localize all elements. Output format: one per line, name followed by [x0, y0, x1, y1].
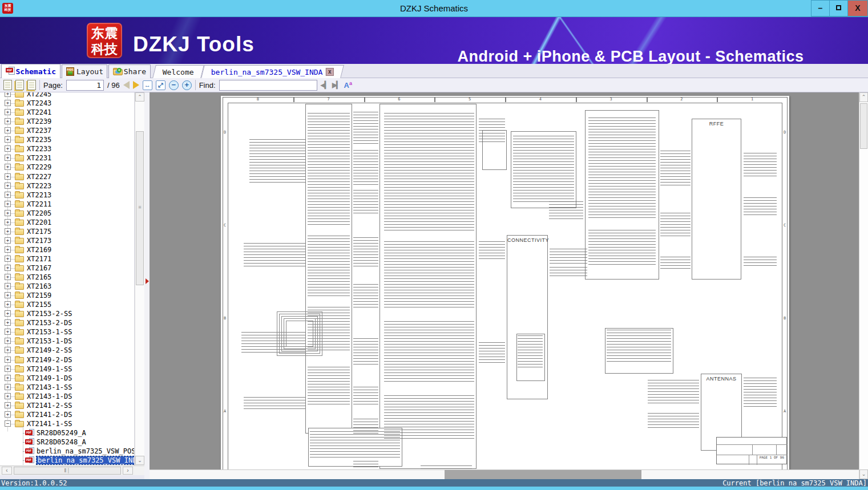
find-input[interactable]	[219, 80, 317, 91]
scrollbar-thumb[interactable]	[860, 103, 867, 149]
expand-icon[interactable]: +	[5, 292, 11, 298]
expand-icon[interactable]: +	[5, 338, 11, 344]
next-page-icon[interactable]	[133, 81, 139, 89]
tree-folder-XT2233[interactable]: +XT2233	[0, 144, 135, 153]
tree-folder-XT2229[interactable]: +XT2229	[0, 163, 135, 172]
tree-folder-XT2169[interactable]: +XT2169	[0, 245, 135, 254]
expand-icon[interactable]: +	[5, 366, 11, 372]
tree-folder-XT2205[interactable]: +XT2205	[0, 209, 135, 218]
continuous-pages-icon[interactable]	[27, 80, 36, 90]
tree-folder-XT2153-2-SS[interactable]: +XT2153-2-SS	[0, 309, 135, 318]
scrollbar-thumb[interactable]: ≡	[136, 131, 144, 285]
expand-icon[interactable]: +	[5, 274, 11, 280]
tree-folder-XT2149-2-SS[interactable]: +XT2149-2-SS	[0, 346, 135, 355]
pdf-viewer[interactable]: 8765432187654321DDCCBBAARFFECONNECTIVITY…	[150, 92, 859, 479]
expand-icon[interactable]: +	[5, 237, 11, 244]
scroll-up-icon[interactable]: ⌃	[859, 92, 868, 102]
expand-icon[interactable]: +	[5, 246, 11, 253]
viewer-vertical-scrollbar[interactable]: ⌃ ⌄	[859, 92, 868, 479]
fit-width-icon[interactable]: ↔	[143, 80, 152, 90]
tree-folder-XT2211[interactable]: +XT2211	[0, 200, 135, 209]
expand-icon[interactable]: +	[5, 256, 11, 262]
tab-layout[interactable]: PADS Layout	[62, 64, 107, 78]
match-case-icon[interactable]: Aa	[344, 80, 352, 90]
expand-icon[interactable]: +	[5, 319, 11, 326]
tree-folder-XT2245[interactable]: +XT2245	[0, 92, 135, 99]
expand-icon[interactable]: +	[5, 164, 11, 170]
expand-icon[interactable]: +	[5, 283, 11, 289]
expand-icon[interactable]: +	[5, 329, 11, 335]
tree-folder-XT2143-1-DS[interactable]: +XT2143-1-DS	[0, 392, 135, 401]
expand-icon[interactable]: +	[5, 375, 11, 381]
expand-icon[interactable]: +	[5, 210, 11, 216]
expand-icon[interactable]: +	[5, 402, 11, 408]
scroll-left-icon[interactable]: ‹	[2, 467, 12, 475]
tree-folder-XT2153-2-DS[interactable]: +XT2153-2-DS	[0, 318, 135, 327]
sidebar-horizontal-scrollbar[interactable]: ‹ ‖⏐ ›	[0, 465, 144, 475]
expand-icon[interactable]: +	[5, 118, 11, 124]
minimize-button[interactable]: –	[811, 0, 830, 17]
expand-icon[interactable]: +	[5, 384, 11, 390]
expand-icon[interactable]: +	[5, 393, 11, 399]
tree-folder-XT2141-1-SS[interactable]: −XT2141-1-SS	[0, 419, 135, 428]
tab-schematic[interactable]: PDF Schematic	[1, 64, 60, 78]
tree-folder-XT2153-1-DS[interactable]: +XT2153-1-DS	[0, 337, 135, 346]
tree-folder-XT2239[interactable]: +XT2239	[0, 117, 135, 126]
tree-folder-XT2173[interactable]: +XT2173	[0, 236, 135, 245]
zoom-in-icon[interactable]: +	[182, 80, 192, 90]
expand-icon[interactable]: +	[5, 92, 11, 97]
expand-icon[interactable]: +	[5, 411, 11, 418]
tree-folder-XT2171[interactable]: +XT2171	[0, 254, 135, 264]
tree-folder-XT2241[interactable]: +XT2241	[0, 108, 135, 117]
tree-folder-XT2149-2-DS[interactable]: +XT2149-2-DS	[0, 355, 135, 365]
tree-folder-XT2149-1-DS[interactable]: +XT2149-1-DS	[0, 374, 135, 383]
tree-folder-XT2237[interactable]: +XT2237	[0, 126, 135, 135]
previous-page-icon[interactable]	[123, 81, 130, 89]
sidebar-vertical-scrollbar[interactable]: ⌃ ≡ ⌄	[135, 92, 144, 465]
document-tab-Welcome[interactable]: Welcome	[152, 65, 204, 78]
find-next-icon[interactable]: ▶▎	[332, 81, 340, 89]
tree-folder-XT2213[interactable]: +XT2213	[0, 191, 135, 200]
tree-folder-XT2223[interactable]: +XT2223	[0, 181, 135, 191]
expand-icon[interactable]: +	[5, 347, 11, 353]
tree-folder-XT2175[interactable]: +XT2175	[0, 227, 135, 236]
tree-file-berlin_na_sm7325_VSW_INDA[interactable]: PDFberlin_na_sm7325_VSW_INDA	[0, 456, 135, 465]
maximize-button[interactable]	[829, 0, 848, 17]
expand-icon[interactable]: +	[5, 265, 11, 271]
tree-folder-XT2141-2-DS[interactable]: +XT2141-2-DS	[0, 410, 135, 419]
tree-folder-XT2201[interactable]: +XT2201	[0, 218, 135, 227]
document-tab-berlin_na_sm7325_VSW_INDA[interactable]: berlin_na_sm7325_VSW_INDAx	[201, 65, 344, 78]
expand-icon[interactable]: +	[5, 145, 11, 152]
collapse-panel-icon[interactable]	[146, 278, 149, 284]
tree-folder-XT2167[interactable]: +XT2167	[0, 264, 135, 273]
tree-folder-XT2231[interactable]: +XT2231	[0, 153, 135, 163]
scroll-down-icon[interactable]: ⌄	[135, 456, 144, 465]
expand-icon[interactable]: +	[5, 183, 11, 189]
expand-icon[interactable]: +	[5, 301, 11, 307]
tree-file-SR28D05248_A[interactable]: PDFSR28D05248_A	[0, 438, 135, 447]
scroll-up-icon[interactable]: ⌃	[135, 92, 144, 102]
scroll-down-icon[interactable]: ⌄	[859, 469, 868, 479]
fit-page-icon[interactable]: ⤢	[156, 80, 165, 90]
tree-file-berlin_na_sm7325_VSW_POST[interactable]: PDFberlin_na_sm7325_VSW_POST	[0, 447, 135, 456]
tree-folder-XT2243[interactable]: +XT2243	[0, 99, 135, 108]
expand-icon[interactable]: +	[5, 127, 11, 133]
tree-folder-XT2235[interactable]: +XT2235	[0, 135, 135, 144]
tree-folder-XT2153-1-SS[interactable]: +XT2153-1-SS	[0, 327, 135, 337]
close-tab-icon[interactable]: x	[326, 68, 334, 76]
expand-icon[interactable]: +	[5, 357, 11, 363]
tree-folder-XT2143-1-SS[interactable]: +XT2143-1-SS	[0, 383, 135, 392]
expand-icon[interactable]: +	[5, 136, 11, 143]
expand-icon[interactable]: +	[5, 310, 11, 317]
panel-splitter[interactable]	[144, 92, 150, 479]
tree-file-SR28D05249_A[interactable]: PDFSR28D05249_A	[0, 428, 135, 438]
page-number-input[interactable]	[66, 80, 104, 91]
scrollbar-thumb[interactable]	[445, 470, 641, 479]
viewer-horizontal-scrollbar[interactable]	[150, 469, 859, 479]
expand-icon[interactable]: +	[5, 219, 11, 225]
single-page-icon[interactable]	[3, 80, 12, 90]
tree-folder-XT2159[interactable]: +XT2159	[0, 291, 135, 300]
expand-icon[interactable]: +	[5, 100, 11, 106]
collapse-icon[interactable]: −	[5, 420, 11, 427]
scrollbar-thumb[interactable]: ‖⏐	[14, 467, 121, 475]
